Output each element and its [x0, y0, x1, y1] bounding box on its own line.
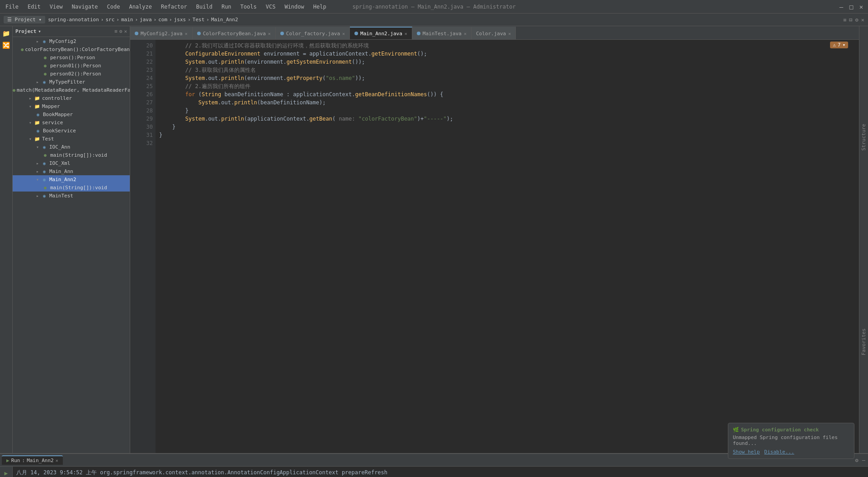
tree-item-maintest[interactable]: ▸ ◉ MainTest [13, 192, 130, 200]
bc-jsxs[interactable]: jsxs [174, 17, 186, 23]
tab-myconfig2[interactable]: MyConfig2.java ✕ [130, 27, 193, 39]
bc-test[interactable]: Test [193, 17, 205, 23]
tree-item-bookmapper[interactable]: ◉ BookMapper [13, 110, 130, 118]
tab-main-ann2[interactable]: Main_Ann2.java ✕ [350, 27, 412, 39]
close-tab-myconfig2[interactable]: ✕ [185, 31, 188, 36]
tree-item-main-ann2-main[interactable]: ● main(String[]):void [13, 183, 130, 192]
bottom-settings-icon[interactable]: ⚙ [854, 456, 859, 464]
panel-hide-icon[interactable]: ✕ [124, 28, 127, 34]
menu-refactor[interactable]: Refactor [159, 3, 189, 11]
menu-edit[interactable]: Edit [26, 3, 42, 11]
favorites-label[interactable]: Favorites [860, 326, 868, 358]
editor-gutter [130, 40, 137, 453]
spring-config-popup: 🌿 Spring configuration check Unmapped Sp… [728, 423, 854, 459]
bottom-left-icons: ▶ ↑ ↓ ■ 🗑 📌 [0, 467, 13, 477]
bottom-minimize-icon[interactable]: — [861, 456, 866, 464]
tree-item-myconfig2[interactable]: ▸ ◉ MyConfig2 [13, 37, 130, 45]
structure-label[interactable]: Structure [860, 121, 868, 154]
project-arrow[interactable]: ▾ [38, 28, 41, 34]
menu-code[interactable]: Code [105, 3, 122, 11]
tab-color[interactable]: Color.java ✕ [472, 27, 516, 39]
bc-main[interactable]: main [121, 17, 133, 23]
bc-com[interactable]: com [158, 17, 167, 23]
close-tab-maintest[interactable]: ✕ [464, 31, 467, 36]
close-run-tab-icon[interactable]: ✕ [56, 458, 58, 463]
console-line-1: 八月 14, 2023 9:54:52 上午 org.springframewo… [16, 468, 864, 477]
warning-badge[interactable]: ⚠ 7 ▾ [830, 42, 848, 48]
menu-tools[interactable]: Tools [239, 3, 259, 11]
close-tab-color-factory[interactable]: ✕ [342, 31, 345, 36]
close-button[interactable]: ✕ [858, 4, 864, 10]
tree-item-bookservice[interactable]: ◉ BookService [13, 126, 130, 135]
toolbar-align-icon[interactable]: ≡ [843, 17, 846, 23]
window-controls[interactable]: — □ ✕ [838, 4, 864, 10]
tree-item-person02-method[interactable]: ● person02():Person [13, 70, 130, 78]
bc-java[interactable]: java [140, 17, 152, 23]
tree-item-match-method[interactable]: ● match(MetadataReader, MetadataReaderFa… [13, 86, 130, 94]
bc-file[interactable]: Main_Ann2 [211, 17, 238, 23]
tree-item-main-ann[interactable]: ▸ ◉ Main_Ann [13, 167, 130, 175]
run-restart-icon[interactable]: ▶ [2, 468, 11, 477]
menu-view[interactable]: View [48, 3, 65, 11]
tree-item-ioc-ann-main[interactable]: ● main(String[]):void [13, 151, 130, 159]
project-dropdown[interactable]: ☰ Project ▾ [4, 16, 45, 23]
editor-area: MyConfig2.java ✕ ColorFactoryBean.java ✕… [130, 26, 859, 453]
disable-button[interactable]: Disable... [764, 449, 794, 455]
tree-item-colorfactorybean-method[interactable]: ● colorFactoryBean():ColorFactoryBean [13, 45, 130, 53]
toolbar-split-icon[interactable]: ⊟ [849, 17, 852, 23]
project-panel: Project ▾ ≡ ⚙ ✕ ▸ ◉ MyConfig2 ● colorFac… [13, 26, 130, 453]
window-title: spring-annotation – Main_Ann2.java – Adm… [352, 4, 515, 10]
run-tab[interactable]: ▶ Run : Main_Ann2 ✕ [2, 455, 63, 465]
vertical-labels: Structure Favorites [859, 26, 868, 453]
toolbar-hide-icon[interactable]: ✕ [861, 17, 864, 23]
close-tab-color[interactable]: ✕ [508, 31, 511, 36]
code-editor[interactable]: 20 21 22 23 24 25 26 27 28 29 30 31 32 /… [130, 40, 859, 453]
left-icon-strip: 📁 🔀 [0, 26, 13, 453]
menu-window[interactable]: Window [283, 3, 306, 11]
toolbar-settings-icon[interactable]: ⚙ [855, 17, 859, 23]
maximize-button[interactable]: □ [848, 4, 854, 10]
tree-item-test-folder[interactable]: ▾ 📁 Test [13, 135, 130, 143]
tree-item-ioc-ann[interactable]: ▾ ◉ IOC_Ann [13, 143, 130, 151]
menu-navigate[interactable]: Navigate [70, 3, 100, 11]
show-help-button[interactable]: Show help [733, 449, 760, 455]
menu-build[interactable]: Build [194, 3, 214, 11]
tree-item-service-folder[interactable]: ▾ 📁 service [13, 118, 130, 126]
bc-root[interactable]: spring-annotation [48, 17, 99, 23]
panel-collapse-icon[interactable]: ≡ [114, 28, 118, 34]
menu-file[interactable]: File [4, 3, 20, 11]
menu-help[interactable]: Help [311, 3, 328, 11]
tab-maintest[interactable]: MainTest.java ✕ [412, 27, 472, 39]
title-bar: File Edit View Navigate Code Analyze Ref… [0, 0, 868, 14]
project-icon[interactable]: 📁 [1, 28, 12, 39]
file-tabs: MyConfig2.java ✕ ColorFactoryBean.java ✕… [130, 26, 859, 40]
run-play-icon: ▶ [6, 458, 9, 463]
menu-run[interactable]: Run [220, 3, 233, 11]
menu-vcs[interactable]: VCS [264, 3, 278, 11]
close-tab-colorfactorybean[interactable]: ✕ [268, 31, 271, 36]
tree-item-person-method[interactable]: ● person():Person [13, 53, 130, 61]
bc-src[interactable]: src [105, 17, 114, 23]
popup-body: Unmapped Spring configuration files foun… [733, 435, 849, 446]
git-icon[interactable]: 🔀 [1, 40, 12, 51]
tab-color-factory[interactable]: Color_factory.java ✕ [276, 27, 350, 39]
code-content[interactable]: // 2.我们可以通过IOC容器获取我们的运行环境，然后获取我们的系统环境 Co… [156, 40, 859, 453]
tree-item-main-ann2[interactable]: ▾ ◉ Main_Ann2 [13, 175, 130, 183]
tree-item-ioc-xml[interactable]: ▸ ◉ IOC_Xml [13, 159, 130, 167]
popup-actions: Show help Disable... [733, 449, 849, 455]
project-panel-header: Project ▾ ≡ ⚙ ✕ [13, 26, 130, 37]
menu-bar[interactable]: File Edit View Navigate Code Analyze Ref… [4, 3, 328, 11]
run-console[interactable]: 八月 14, 2023 9:54:52 上午 org.springframewo… [13, 467, 868, 477]
tree-item-mapper-folder[interactable]: ▾ 📁 Mapper [13, 102, 130, 110]
breadcrumb-bar: ☰ Project ▾ spring-annotation › src › ma… [0, 14, 868, 26]
tree-item-person01-method[interactable]: ● person01():Person [13, 61, 130, 70]
tab-colorfactorybean[interactable]: ColorFactoryBean.java ✕ [193, 27, 276, 39]
menu-analyze[interactable]: Analyze [127, 3, 154, 11]
popup-title: 🌿 Spring configuration check [733, 427, 849, 433]
panel-gear-icon[interactable]: ⚙ [119, 28, 123, 34]
close-tab-main-ann2[interactable]: ✕ [405, 31, 407, 36]
tree-item-mytypefilter[interactable]: ▸ ◉ MyTypeFilter [13, 78, 130, 86]
minimize-button[interactable]: — [838, 4, 844, 10]
warning-icon: ⚠ [833, 42, 836, 48]
tree-item-controller-folder[interactable]: ▸ 📁 controller [13, 94, 130, 102]
